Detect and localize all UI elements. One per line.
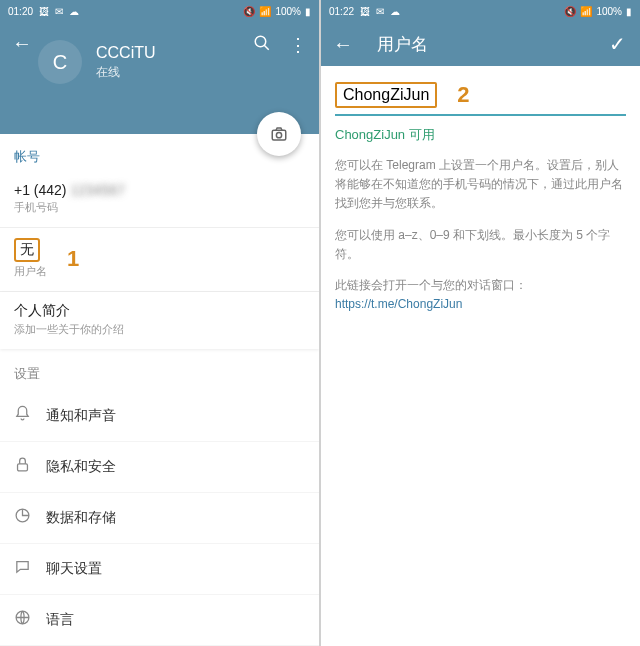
phone-value: +1 (442) 1234567 <box>14 182 305 198</box>
svg-rect-2 <box>272 130 286 140</box>
mail-icon: ✉ <box>376 6 384 17</box>
language-row[interactable]: 语言 <box>0 595 319 646</box>
phone-label: 手机号码 <box>14 200 305 215</box>
svg-rect-4 <box>18 464 28 471</box>
username-screen: 01:22 🖼 ✉ ☁ 🔇 📶 100% ▮ ← 用户名 ✓ ChongZiJu… <box>321 0 640 646</box>
back-icon[interactable]: ← <box>333 33 353 56</box>
setting-label: 通知和声音 <box>46 407 116 425</box>
svg-point-3 <box>276 133 281 138</box>
setting-label: 隐私和安全 <box>46 458 116 476</box>
battery-text: 100% <box>275 6 301 17</box>
setting-label: 聊天设置 <box>46 560 102 578</box>
clock-text: 01:20 <box>8 6 33 17</box>
picture-icon: 🖼 <box>39 6 49 17</box>
mail-icon: ✉ <box>55 6 63 17</box>
username-description-2: 您可以使用 a–z、0–9 和下划线。最小长度为 5 个字符。 <box>321 224 640 274</box>
username-input[interactable]: ChongZiJun <box>335 82 437 108</box>
profile-status: 在线 <box>96 64 156 81</box>
settings-section-label: 设置 <box>0 349 319 391</box>
chat-icon: ☁ <box>69 6 79 17</box>
chat-settings-row[interactable]: 聊天设置 <box>0 544 319 595</box>
privacy-row[interactable]: 隐私和安全 <box>0 442 319 493</box>
content-scroll[interactable]: ChongZiJun 2 ChongZiJun 可用 您可以在 Telegram… <box>321 66 640 646</box>
username-row[interactable]: 无 用户名 1 <box>0 228 319 292</box>
search-icon[interactable] <box>253 34 271 57</box>
username-label: 用户名 <box>14 264 47 279</box>
status-bar: 01:22 🖼 ✉ ☁ 🔇 📶 100% ▮ <box>321 0 640 22</box>
phone-row[interactable]: +1 (442) 1234567 手机号码 <box>0 172 319 228</box>
profile-name: CCCiTU <box>96 44 156 62</box>
signal-icon: 📶 <box>580 6 592 17</box>
battery-text: 100% <box>596 6 622 17</box>
username-header: ← 用户名 ✓ <box>321 22 640 66</box>
bio-title: 个人简介 <box>14 302 305 320</box>
notifications-row[interactable]: 通知和声音 <box>0 391 319 442</box>
clock-text: 01:22 <box>329 6 354 17</box>
page-title: 用户名 <box>377 33 428 56</box>
avatar[interactable]: C <box>38 40 82 84</box>
data-row[interactable]: 数据和存储 <box>0 493 319 544</box>
username-availability: ChongZiJun 可用 <box>321 122 640 154</box>
chat-bubble-icon <box>14 558 46 580</box>
mute-icon: 🔇 <box>243 6 255 17</box>
camera-button[interactable] <box>257 112 301 156</box>
bio-sub: 添加一些关于你的介绍 <box>14 322 305 337</box>
setting-label: 数据和存储 <box>46 509 116 527</box>
pie-icon <box>14 507 46 529</box>
username-description-3: 此链接会打开一个与您的对话窗口： https://t.me/ChongZiJun <box>321 274 640 324</box>
content-scroll[interactable]: 帐号 +1 (442) 1234567 手机号码 无 用户名 1 个人简介 添加… <box>0 134 319 646</box>
mute-icon: 🔇 <box>564 6 576 17</box>
status-bar: 01:20 🖼 ✉ ☁ 🔇 📶 100% ▮ <box>0 0 319 22</box>
setting-label: 语言 <box>46 611 74 629</box>
signal-icon: 📶 <box>259 6 271 17</box>
bio-row[interactable]: 个人简介 添加一些关于你的介绍 <box>0 292 319 349</box>
lock-icon <box>14 456 46 478</box>
battery-icon: ▮ <box>626 6 632 17</box>
annotation-1: 1 <box>67 246 79 272</box>
username-description-1: 您可以在 Telegram 上设置一个用户名。设置后，别人将能够在不知道您的手机… <box>321 154 640 224</box>
profile-header: ← ⋮ C CCCiTU 在线 <box>0 22 319 134</box>
chat-icon: ☁ <box>390 6 400 17</box>
picture-icon: 🖼 <box>360 6 370 17</box>
svg-point-0 <box>255 36 266 47</box>
back-icon[interactable]: ← <box>12 32 32 55</box>
globe-icon <box>14 609 46 631</box>
username-link[interactable]: https://t.me/ChongZiJun <box>335 297 462 311</box>
username-input-wrap[interactable]: ChongZiJun 2 <box>335 82 626 116</box>
annotation-2: 2 <box>457 82 469 108</box>
profile-screen: 01:20 🖼 ✉ ☁ 🔇 📶 100% ▮ ← ⋮ C CCCiTU 在线 <box>0 0 319 646</box>
username-value: 无 <box>14 238 40 262</box>
battery-icon: ▮ <box>305 6 311 17</box>
confirm-icon[interactable]: ✓ <box>609 32 626 56</box>
bell-icon <box>14 405 46 427</box>
more-icon[interactable]: ⋮ <box>289 34 307 57</box>
svg-line-1 <box>264 45 269 50</box>
